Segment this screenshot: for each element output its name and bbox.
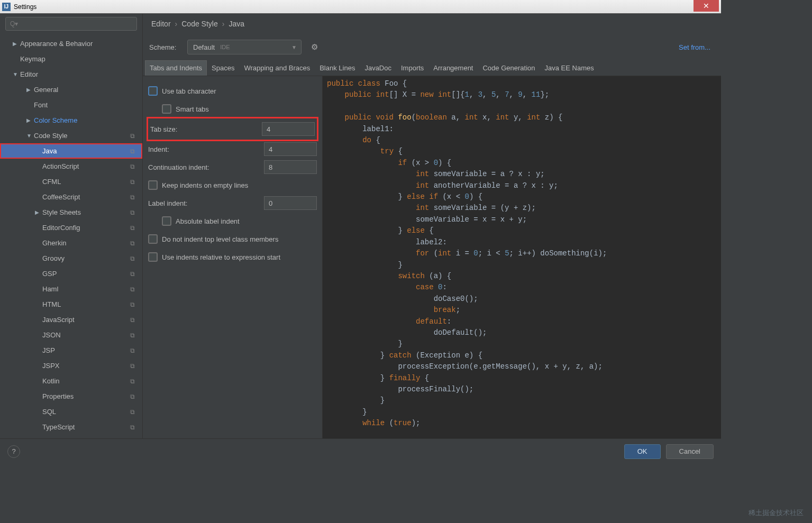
tab-java-ee-names[interactable]: Java EE Names (540, 60, 599, 76)
tree-item-editorconfig[interactable]: EditorConfig⧉ (0, 220, 142, 235)
tree-item-font[interactable]: Font (0, 97, 142, 113)
label-indent-input[interactable] (264, 196, 317, 210)
tree-arrow-icon: ▶ (13, 41, 20, 47)
tree-item-appearance-behavior[interactable]: ▶Appearance & Behavior (0, 36, 142, 51)
copy-icon: ⧉ (130, 255, 135, 262)
crumb-editor: Editor (151, 20, 171, 28)
cont-indent-input[interactable] (264, 160, 317, 174)
tree-item-label: Color Scheme (34, 116, 77, 124)
indent-input[interactable] (264, 142, 317, 156)
tree-item-groovy[interactable]: Groovy⧉ (0, 251, 142, 266)
tree-item-label: Java (42, 147, 57, 155)
tree-item-gsp[interactable]: GSP⧉ (0, 266, 142, 281)
use-tab-label: Use tab character (162, 87, 317, 95)
scheme-ide-badge: IDE (220, 44, 230, 50)
tab-size-label: Tab size: (150, 125, 262, 133)
smart-tabs-checkbox[interactable] (162, 104, 171, 114)
no-top-label: Do not indent top level class members (162, 235, 317, 243)
tab-imports[interactable]: Imports (396, 60, 428, 76)
tree-arrow-icon: ▶ (26, 87, 34, 93)
copy-icon: ⧉ (130, 286, 135, 293)
tree-item-cfml[interactable]: CFML⧉ (0, 174, 142, 189)
tree-item-gherkin[interactable]: Gherkin⧉ (0, 235, 142, 251)
tree-item-label: Style Sheets (42, 208, 81, 216)
no-top-checkbox[interactable] (148, 234, 158, 244)
crumb-codestyle: Code Style (181, 20, 217, 28)
tab-wrapping-and-braces[interactable]: Wrapping and Braces (239, 60, 315, 76)
tree-item-label: ActionScript (42, 162, 79, 170)
tab-tabs-and-indents[interactable]: Tabs and Indents (145, 60, 207, 76)
copy-icon: ⧉ (130, 332, 135, 339)
form-pane: Use tab character Smart tabs Tab size: I… (143, 76, 323, 438)
copy-icon: ⧉ (130, 194, 135, 201)
chevron-down-icon: ▼ (291, 44, 297, 50)
copy-icon: ⧉ (130, 148, 135, 155)
tab-code-generation[interactable]: Code Generation (478, 60, 540, 76)
indent-label: Indent: (148, 145, 264, 153)
tree-item-properties[interactable]: Properties⧉ (0, 389, 142, 404)
tab-blank-lines[interactable]: Blank Lines (315, 60, 360, 76)
copy-icon: ⧉ (130, 209, 135, 216)
tree-item-label: JSPX (42, 362, 60, 370)
scheme-label: Scheme: (149, 43, 187, 51)
settings-tree[interactable]: ▶Appearance & BehaviorKeymap▼Editor▶Gene… (0, 34, 142, 438)
title-bar: IJ Settings ✕ (0, 0, 721, 14)
tree-item-jspx[interactable]: JSPX⧉ (0, 358, 142, 373)
tree-item-sql[interactable]: SQL⧉ (0, 404, 142, 419)
tree-item-code-style[interactable]: ▼Code Style⧉ (0, 128, 142, 143)
keep-empty-checkbox[interactable] (148, 180, 158, 190)
tree-item-general[interactable]: ▶General (0, 82, 142, 97)
scheme-select[interactable]: Default IDE ▼ (187, 40, 302, 54)
close-button[interactable]: ✕ (694, 0, 719, 12)
tree-item-label: Appearance & Behavior (20, 40, 93, 48)
tree-arrow-icon: ▼ (26, 133, 34, 139)
tree-item-style-sheets[interactable]: ▶Style Sheets⧉ (0, 205, 142, 220)
tree-item-coffeescript[interactable]: CoffeeScript⧉ (0, 189, 142, 205)
tree-item-label: Haml (42, 285, 58, 293)
set-from-link[interactable]: Set from... (679, 43, 710, 51)
cont-indent-label: Continuation indent: (148, 163, 264, 171)
tree-arrow-icon: ▼ (13, 71, 20, 77)
tree-item-kotlin[interactable]: Kotlin⧉ (0, 373, 142, 389)
tree-item-json[interactable]: JSON⧉ (0, 327, 142, 343)
tree-item-color-scheme[interactable]: ▶Color Scheme (0, 113, 142, 128)
use-tab-checkbox[interactable] (148, 86, 158, 96)
copy-icon: ⧉ (130, 301, 135, 308)
cancel-button[interactable]: Cancel (666, 444, 714, 459)
tree-item-label: Keymap (20, 55, 45, 63)
tree-item-label: CFML (42, 178, 61, 186)
copy-icon: ⧉ (130, 424, 135, 431)
tree-item-label: CoffeeScript (42, 193, 80, 201)
copy-icon: ⧉ (130, 393, 135, 400)
gear-icon[interactable]: ⚙ (311, 42, 318, 52)
tree-arrow-icon: ▶ (26, 117, 34, 123)
tree-item-keymap[interactable]: Keymap (0, 51, 142, 67)
help-button[interactable]: ? (7, 445, 20, 458)
tree-item-editor[interactable]: ▼Editor (0, 67, 142, 82)
scheme-value: Default (193, 43, 215, 51)
tree-item-typescript[interactable]: TypeScript⧉ (0, 419, 142, 435)
copy-icon: ⧉ (130, 347, 135, 354)
abs-label-checkbox[interactable] (162, 216, 171, 226)
tree-item-label: Gherkin (42, 239, 67, 247)
search-input[interactable] (5, 17, 137, 31)
footer: ? OK Cancel 稀土掘金技术社区 (0, 438, 721, 464)
tree-item-label: JSP (42, 346, 55, 354)
tab-javadoc[interactable]: JavaDoc (360, 60, 396, 76)
copy-icon: ⧉ (130, 362, 135, 370)
tree-item-html[interactable]: HTML⧉ (0, 297, 142, 312)
tree-item-label: HTML (42, 300, 61, 308)
tab-size-input[interactable] (262, 122, 315, 136)
tree-item-jsp[interactable]: JSP⧉ (0, 343, 142, 358)
tab-spaces[interactable]: Spaces (207, 60, 239, 76)
tree-item-haml[interactable]: Haml⧉ (0, 281, 142, 297)
tab-arrangement[interactable]: Arrangement (428, 60, 478, 76)
tree-item-javascript[interactable]: JavaScript⧉ (0, 312, 142, 327)
tree-item-actionscript[interactable]: ActionScript⧉ (0, 159, 142, 174)
tree-item-java[interactable]: Java⧉ (0, 143, 142, 159)
rel-expr-checkbox[interactable] (148, 252, 158, 262)
app-icon: IJ (2, 3, 11, 11)
crumb-java: Java (229, 20, 244, 28)
tree-item-label: Code Style (34, 132, 68, 140)
ok-button[interactable]: OK (624, 444, 661, 459)
